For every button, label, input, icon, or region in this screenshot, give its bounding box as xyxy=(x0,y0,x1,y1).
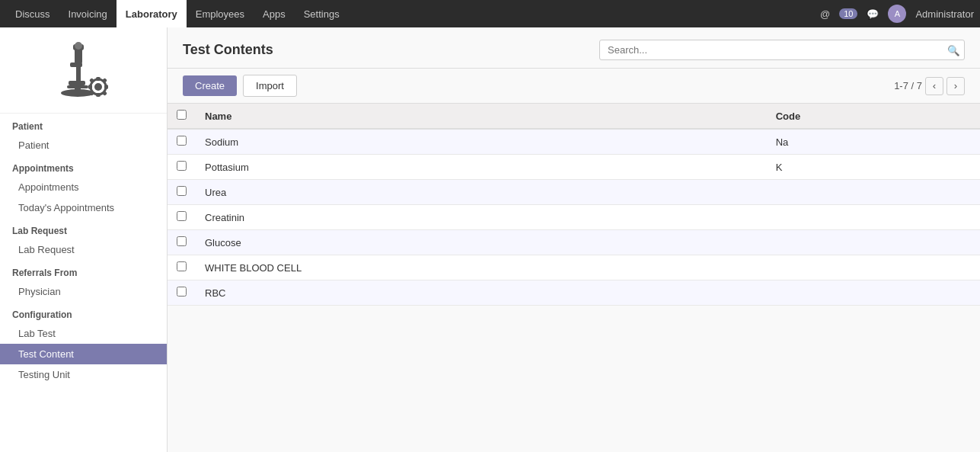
select-all-checkbox[interactable] xyxy=(177,110,187,120)
pagination: 1-7 / 7 ‹ › xyxy=(894,77,965,95)
table-row[interactable]: Urea xyxy=(168,180,980,205)
nav-invoicing[interactable]: Invoicing xyxy=(59,0,117,27)
svg-rect-11 xyxy=(96,77,101,81)
top-nav-right: @ 10 💬 A Administrator xyxy=(820,5,974,23)
table-row[interactable]: WHITE BLOOD CELL xyxy=(168,255,980,280)
table-row[interactable]: Creatinin xyxy=(168,205,980,230)
admin-label: Administrator xyxy=(915,8,974,20)
sidebar-section-referrals: Referrals From Physician xyxy=(0,260,167,302)
row-name: Pottasium xyxy=(196,155,767,180)
at-icon: @ xyxy=(820,8,830,20)
svg-point-10 xyxy=(94,83,102,91)
data-table: Name Code Sodium Na Pottasium K xyxy=(168,104,980,306)
sidebar-logo xyxy=(0,27,167,114)
row-checkbox-cell xyxy=(168,129,196,155)
row-name: WHITE BLOOD CELL xyxy=(196,255,767,280)
content-header: Test Contents 🔍 xyxy=(168,27,980,69)
row-checkbox[interactable] xyxy=(177,161,187,171)
top-navigation: Discuss Invoicing Laboratory Employees A… xyxy=(0,0,980,27)
table-container: Name Code Sodium Na Pottasium K xyxy=(168,104,980,452)
row-name: Sodium xyxy=(196,129,767,155)
avatar: A xyxy=(888,5,906,23)
row-checkbox-cell xyxy=(168,280,196,306)
col-header-name: Name xyxy=(196,104,767,129)
table-row[interactable]: Glucose xyxy=(168,230,980,255)
create-button[interactable]: Create xyxy=(183,75,237,96)
nav-laboratory[interactable]: Laboratory xyxy=(117,0,187,27)
row-name: Creatinin xyxy=(196,205,767,230)
sidebar-item-todays-appointments[interactable]: Today's Appointments xyxy=(0,197,167,218)
row-checkbox[interactable] xyxy=(177,261,187,271)
row-code: K xyxy=(767,155,980,180)
svg-rect-8 xyxy=(69,81,85,85)
table-header-row: Name Code xyxy=(168,104,980,129)
app-body: Patient Patient Appointments Appointment… xyxy=(0,27,980,452)
nav-discuss[interactable]: Discuss xyxy=(6,0,59,27)
search-input[interactable] xyxy=(599,40,965,60)
row-code xyxy=(767,255,980,280)
sidebar: Patient Patient Appointments Appointment… xyxy=(0,27,168,452)
page-title: Test Contents xyxy=(183,42,590,58)
section-label-lab-request: Lab Request xyxy=(0,218,167,239)
section-label-configuration: Configuration xyxy=(0,302,167,323)
section-label-appointments: Appointments xyxy=(0,155,167,177)
sidebar-item-appointments[interactable]: Appointments xyxy=(0,177,167,197)
notification-badge[interactable]: 10 xyxy=(839,8,857,19)
table-row[interactable]: Sodium Na xyxy=(168,129,980,155)
table-row[interactable]: Pottasium K xyxy=(168,155,980,180)
sidebar-item-testing-unit[interactable]: Testing Unit xyxy=(0,364,167,385)
sidebar-section-lab-request: Lab Request Lab Request xyxy=(0,218,167,260)
pagination-next[interactable]: › xyxy=(946,77,965,95)
chat-icon[interactable]: 💬 xyxy=(867,8,879,20)
nav-employees[interactable]: Employees xyxy=(187,0,254,27)
row-code xyxy=(767,280,980,306)
svg-rect-14 xyxy=(104,85,108,89)
sidebar-section-appointments: Appointments Appointments Today's Appoin… xyxy=(0,155,167,218)
row-checkbox[interactable] xyxy=(177,136,187,146)
row-name: Glucose xyxy=(196,230,767,255)
row-checkbox-cell xyxy=(168,180,196,205)
row-code xyxy=(767,180,980,205)
search-bar: 🔍 xyxy=(599,40,965,60)
main-content: Test Contents 🔍 Create Import 1-7 / 7 ‹ … xyxy=(168,27,980,452)
sidebar-item-test-content[interactable]: Test Content xyxy=(0,344,167,364)
sidebar-item-patient[interactable]: Patient xyxy=(0,135,167,155)
svg-point-7 xyxy=(75,42,82,50)
row-checkbox[interactable] xyxy=(177,211,187,221)
row-checkbox-cell xyxy=(168,255,196,280)
sidebar-item-lab-test[interactable]: Lab Test xyxy=(0,323,167,344)
section-label-referrals: Referrals From xyxy=(0,260,167,281)
section-label-patient: Patient xyxy=(0,114,167,135)
nav-apps[interactable]: Apps xyxy=(254,0,295,27)
import-button[interactable]: Import xyxy=(243,75,297,97)
sidebar-item-physician[interactable]: Physician xyxy=(0,281,167,302)
header-checkbox-col xyxy=(168,104,196,129)
pagination-prev[interactable]: ‹ xyxy=(925,77,943,95)
col-header-code: Code xyxy=(767,104,980,129)
row-checkbox[interactable] xyxy=(177,287,187,297)
logo-svg xyxy=(53,40,114,101)
row-checkbox[interactable] xyxy=(177,236,187,246)
row-name: Urea xyxy=(196,180,767,205)
row-checkbox-cell xyxy=(168,230,196,255)
row-code xyxy=(767,230,980,255)
table-row[interactable]: RBC xyxy=(168,280,980,306)
sidebar-section-configuration: Configuration Lab Test Test Content Test… xyxy=(0,302,167,385)
pagination-text: 1-7 / 7 xyxy=(894,80,922,91)
search-button[interactable]: 🔍 xyxy=(947,44,960,56)
sidebar-section-patient: Patient Patient xyxy=(0,114,167,155)
toolbar: Create Import 1-7 / 7 ‹ › xyxy=(168,69,980,104)
row-checkbox[interactable] xyxy=(177,186,187,196)
sidebar-item-lab-request[interactable]: Lab Request xyxy=(0,239,167,260)
row-checkbox-cell xyxy=(168,205,196,230)
row-checkbox-cell xyxy=(168,155,196,180)
svg-rect-13 xyxy=(88,85,92,89)
row-name: RBC xyxy=(196,280,767,306)
row-code: Na xyxy=(767,129,980,155)
svg-rect-12 xyxy=(96,93,101,97)
row-code xyxy=(767,205,980,230)
nav-settings[interactable]: Settings xyxy=(295,0,349,27)
